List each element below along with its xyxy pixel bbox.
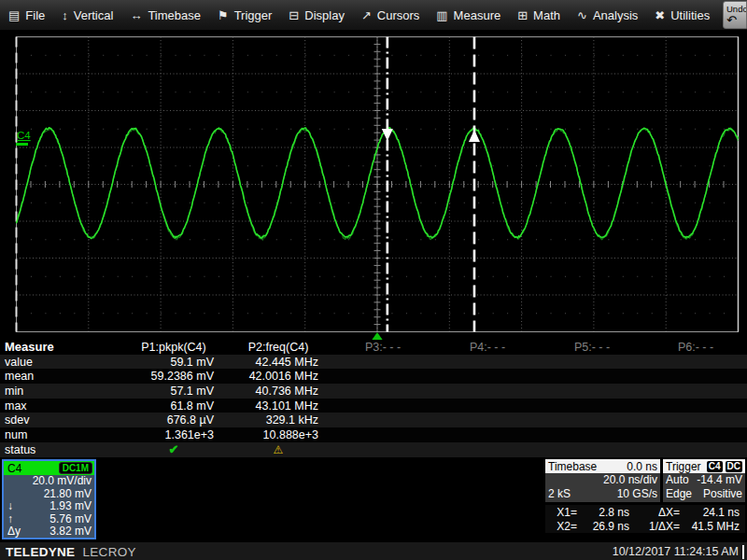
measure-row-num: num1.361e+310.888e+3 [0, 427, 747, 442]
footer-bar: TELEDYNE LECROY 10/12/2017 11:24:15 AM [0, 541, 747, 560]
cursor-arrow-icon: ↗ [361, 9, 372, 21]
trigger-source-badge: C4 [707, 461, 723, 472]
measure-row-label: num [0, 428, 121, 441]
measure-col-header-p6[interactable]: P6:- - - [644, 341, 747, 354]
display-monitor-icon: ⊟ [289, 9, 299, 21]
min-arrow-icon: ↓ [7, 500, 13, 513]
measure-value-p1: 59.2386 mV [121, 370, 226, 383]
menu-item-math[interactable]: ⊞Math [509, 0, 569, 30]
trigger-mode: Auto [666, 473, 689, 487]
menu-item-label: Display [304, 8, 345, 22]
channel-c4-grid-label[interactable]: C4 [17, 130, 31, 141]
measure-value-p2: 10.888e+3 [226, 428, 331, 441]
menu-item-analysis[interactable]: ∿Analysis [569, 0, 646, 30]
trigger-level: -14.4 mV [697, 473, 742, 487]
status-label: status [0, 443, 121, 456]
datetime-text: 10/12/2017 11:24:15 AM [613, 545, 739, 558]
vertical-arrows-icon: ↕ [62, 9, 68, 21]
status-warning-icon: ⚠ [226, 443, 331, 456]
clock: 10/12/2017 11:24:15 AM [613, 545, 747, 559]
waveform-display[interactable]: C4 [0, 30, 747, 341]
menu-item-file[interactable]: ▤File [0, 0, 53, 30]
channel-c4-name: C4 [7, 462, 21, 475]
invdx-value: 41.5 MHz [680, 520, 745, 533]
measure-table: MeasureP1:pkpk(C4)P2:freq(C4)P3:- - -P4:… [0, 340, 747, 457]
menu-item-label: Utilities [670, 8, 710, 22]
ruler-icon: ▥ [436, 9, 447, 21]
measure-row-mean: mean59.2386 mV42.0016 MHz [0, 369, 747, 384]
measure-row-label: value [0, 356, 121, 369]
x2-value: 26.9 ns [577, 520, 635, 533]
measure-header-row: MeasureP1:pkpk(C4)P2:freq(C4)P3:- - -P4:… [0, 340, 747, 355]
cursor-x1-arrow-down[interactable] [382, 129, 393, 141]
measure-value-p2: 40.736 MHz [226, 385, 331, 398]
trigger-title: Trigger [666, 460, 701, 473]
brand-logo: TELEDYNE LECROY [0, 545, 136, 559]
measure-col-header-p2[interactable]: P2:freq(C4) [226, 341, 331, 354]
scope-graticule: C4 [0, 30, 747, 341]
x1-value: 2.8 ns [577, 506, 635, 519]
timebase-descriptor[interactable]: Timebase 0.0 ns 20.0 ns/div 2 kS 10 GS/s [545, 459, 660, 502]
brand-lecroy: LECROY [82, 545, 135, 559]
measure-col-header-p3[interactable]: P3:- - - [331, 341, 435, 354]
invdx-label: 1/ΔX= [635, 520, 680, 533]
measure-row-status: status✔⚠ [0, 442, 747, 457]
menu-item-timebase[interactable]: ↔Timebase [121, 0, 209, 30]
menu-item-label: Timebase [148, 8, 201, 22]
measure-col-header-p4[interactable]: P4:- - - [435, 341, 540, 354]
menu-item-label: File [25, 8, 45, 22]
menu-item-label: Analysis [593, 8, 638, 22]
horizontal-arrows-icon: ↔ [130, 9, 142, 21]
menu-item-cursors[interactable]: ↗Cursors [353, 0, 428, 30]
menu-item-label: Measure [454, 8, 501, 22]
measure-value-p1: 1.361e+3 [121, 428, 226, 441]
measure-col-header-p1[interactable]: P1:pkpk(C4) [121, 341, 226, 354]
trigger-slope: Positive [703, 487, 742, 501]
menu-item-measure[interactable]: ▥Measure [428, 0, 509, 30]
timebase-rate: 10 GS/s [617, 487, 657, 501]
chart-icon: ∿ [577, 9, 587, 21]
trigger-descriptor[interactable]: Trigger C4 DC Auto -14.4 mV Edge Positiv… [663, 459, 745, 502]
channel-max: 5.76 mV [49, 513, 92, 526]
menu-bar: ▤File↕Vertical↔Timebase⚑Trigger⊟Display↗… [0, 0, 747, 30]
measure-row-label: max [0, 399, 121, 413]
x1-label: X1= [545, 506, 577, 519]
oscilloscope-screen: ▤File↕Vertical↔Timebase⚑Trigger⊟Display↗… [0, 0, 747, 560]
timebase-delay: 0.0 ns [627, 460, 657, 473]
measure-value-p1: 57.1 mV [121, 385, 226, 398]
measure-row-value: value59.1 mV42.445 MHz [0, 355, 747, 370]
trigger-kind: Edge [666, 487, 692, 501]
menu-item-trigger[interactable]: ⚑Trigger [209, 0, 280, 30]
menu-item-label: Trigger [234, 8, 273, 22]
menu-item-label: Cursors [377, 8, 420, 22]
dx-label: ΔX= [635, 506, 680, 519]
channel-scale: 20.0 mV/div [33, 475, 92, 488]
menu-item-utilities[interactable]: ✖Utilities [646, 0, 718, 30]
timebase-samples: 2 kS [548, 487, 571, 501]
file-icon: ▤ [8, 9, 20, 21]
channel-min: 1.93 mV [49, 500, 92, 513]
measure-row-label: min [0, 385, 121, 398]
channel-c4-header[interactable]: C4 DC1M [4, 461, 94, 475]
menu-item-vertical[interactable]: ↕Vertical [53, 0, 121, 30]
measure-value-p2: 42.445 MHz [226, 356, 331, 369]
channel-coupling-badge: DC1M [59, 462, 92, 474]
measure-row-label: sdev [0, 413, 121, 427]
measure-row-min: min57.1 mV40.736 MHz [0, 384, 747, 399]
trigger-flag-icon: ⚑ [218, 9, 229, 21]
measure-col-header-p5[interactable]: P5:- - - [540, 341, 644, 354]
channel-delta-y: 3.82 mV [49, 525, 92, 539]
measure-value-p1: 61.8 mV [121, 399, 226, 413]
channel-offset-marker[interactable] [16, 143, 28, 146]
measure-value-p2: 329.1 kHz [226, 413, 331, 427]
channel-c4-descriptor[interactable]: C4 DC1M 20.0 mV/div 21.80 mV ↓ 1.93 mV ↑… [2, 459, 96, 539]
max-arrow-icon: ↑ [7, 513, 13, 526]
undo-button[interactable]: Undo ↶ [723, 1, 747, 29]
tools-icon: ✖ [655, 9, 665, 21]
measure-value-p1: 676.8 µV [121, 413, 226, 427]
menu-item-display[interactable]: ⊟Display [280, 0, 353, 30]
channel-offset: 21.80 mV [44, 488, 92, 501]
menu-item-label: Vertical [74, 8, 114, 22]
brand-teledyne: TELEDYNE [6, 545, 75, 559]
trigger-coupling-badge: DC [726, 461, 742, 472]
